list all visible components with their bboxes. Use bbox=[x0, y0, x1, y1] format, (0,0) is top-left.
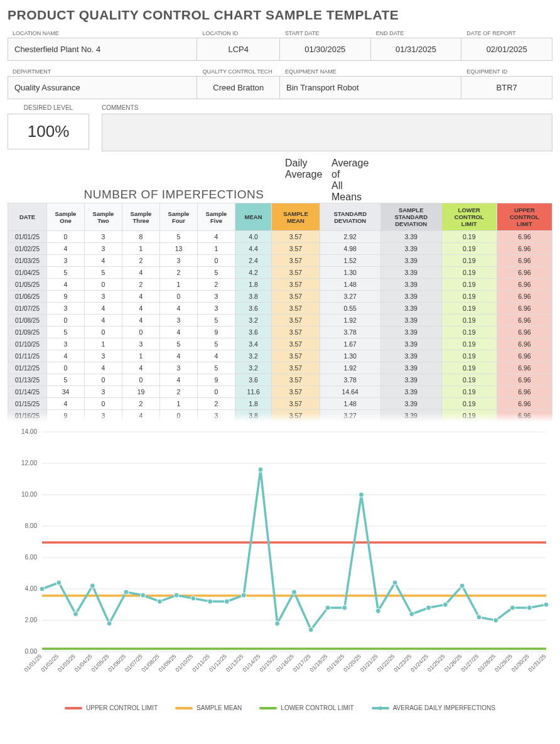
label-department: DEPARTMENT bbox=[8, 66, 197, 76]
svg-text:01/20/25: 01/20/25 bbox=[342, 653, 362, 673]
table-row: 01/12/25044353.23.571.923.390.196.96 bbox=[8, 362, 552, 374]
label-location-id: LOCATION ID bbox=[197, 28, 280, 38]
svg-point-49 bbox=[73, 612, 78, 617]
legend-ucl: UPPER CONTROL LIMIT bbox=[65, 704, 158, 711]
svg-text:2.00: 2.00 bbox=[25, 617, 38, 623]
svg-point-58 bbox=[224, 599, 229, 604]
svg-text:01/18/25: 01/18/25 bbox=[309, 653, 329, 673]
svg-text:01/30/25: 01/30/25 bbox=[510, 653, 530, 673]
svg-text:01/10/25: 01/10/25 bbox=[174, 653, 194, 673]
svg-text:10.00: 10.00 bbox=[21, 491, 37, 498]
label-report-date: DATE OF REPORT bbox=[461, 28, 552, 38]
label-equipment-id: EQUIPMENT ID bbox=[461, 66, 552, 76]
table-row: 01/15/25402121.83.571.483.390.196.96 bbox=[8, 398, 552, 410]
svg-point-70 bbox=[426, 605, 431, 610]
svg-text:01/19/25: 01/19/25 bbox=[325, 653, 345, 673]
table-row: 01/08/25044353.23.571.923.390.196.96 bbox=[8, 315, 552, 326]
table-row: 01/04/25554254.23.571.303.390.196.96 bbox=[8, 267, 552, 279]
svg-text:01/16/25: 01/16/25 bbox=[275, 653, 295, 673]
label-equipment: EQUIPMENT NAME bbox=[280, 66, 461, 76]
svg-point-72 bbox=[460, 583, 465, 588]
svg-text:01/29/25: 01/29/25 bbox=[493, 653, 514, 673]
svg-text:8.00: 8.00 bbox=[25, 522, 38, 529]
label-start-date: START DATE bbox=[280, 28, 371, 38]
table-row: 01/06/25934033.83.573.273.390.196.96 bbox=[8, 291, 552, 303]
table-row: 01/03/25342302.43.571.523.390.196.96 bbox=[8, 255, 552, 267]
desired-value[interactable]: 100% bbox=[8, 114, 89, 149]
svg-text:4.00: 4.00 bbox=[25, 585, 38, 592]
svg-point-54 bbox=[157, 599, 162, 604]
value-start-date[interactable]: 01/30/2025 bbox=[280, 38, 371, 61]
table-row: 01/13/25500493.63.573.783.390.196.96 bbox=[8, 374, 552, 386]
table-row: 01/07/25344433.63.570.553.390.196.96 bbox=[8, 303, 552, 315]
svg-text:01/24/25: 01/24/25 bbox=[409, 653, 429, 673]
svg-point-71 bbox=[443, 602, 448, 607]
svg-point-55 bbox=[174, 593, 179, 598]
meta-row-1: LOCATION NAMEChesterfield Plant No. 4 LO… bbox=[8, 28, 552, 61]
svg-point-68 bbox=[392, 580, 397, 585]
meta-row-2: DEPARTMENTQuality Assurance QUALITY CONT… bbox=[8, 66, 552, 99]
svg-text:01/17/25: 01/17/25 bbox=[292, 653, 312, 673]
svg-point-63 bbox=[308, 627, 313, 632]
svg-point-57 bbox=[208, 599, 213, 604]
svg-text:01/21/25: 01/21/25 bbox=[359, 653, 379, 673]
table-row: 01/09/25500493.63.573.783.390.196.96 bbox=[8, 326, 552, 338]
legend-avg: AVERAGE DAILY IMPERFECTIONS bbox=[372, 704, 495, 711]
svg-text:01/12/25: 01/12/25 bbox=[208, 653, 228, 673]
svg-text:01/27/25: 01/27/25 bbox=[460, 653, 480, 673]
legend-lcl: LOWER CONTROL LIMIT bbox=[259, 704, 353, 711]
svg-text:01/08/25: 01/08/25 bbox=[141, 653, 161, 673]
svg-point-47 bbox=[40, 586, 45, 591]
th-s5: Sample Five bbox=[198, 203, 235, 231]
svg-text:01/01/25: 01/01/25 bbox=[23, 653, 43, 673]
value-equipment-id[interactable]: BTR7 bbox=[461, 76, 552, 99]
th-smean: SAMPLE MEAN bbox=[272, 203, 320, 231]
svg-point-67 bbox=[375, 608, 380, 613]
th-mean: MEAN bbox=[235, 203, 272, 231]
svg-point-77 bbox=[544, 602, 549, 607]
svg-text:01/05/25: 01/05/25 bbox=[90, 653, 110, 673]
svg-point-60 bbox=[258, 467, 263, 472]
sub-daily-avg: Daily Average bbox=[284, 158, 330, 203]
svg-point-52 bbox=[124, 590, 129, 595]
svg-text:01/11/25: 01/11/25 bbox=[191, 653, 211, 673]
th-ucl: UPPER CONTROL LIMIT bbox=[497, 203, 552, 231]
value-equipment[interactable]: Bin Transport Robot bbox=[280, 76, 461, 99]
value-report-date[interactable]: 02/01/2025 bbox=[461, 38, 552, 61]
table-row: 01/10/25313553.43.571.673.390.196.96 bbox=[8, 338, 552, 350]
value-tech[interactable]: Creed Bratton bbox=[197, 76, 280, 99]
value-department[interactable]: Quality Assurance bbox=[8, 76, 197, 99]
svg-point-69 bbox=[409, 612, 414, 617]
svg-point-74 bbox=[493, 618, 498, 623]
th-s3: Sample Three bbox=[122, 203, 160, 231]
th-sstd: SAMPLE STANDARD DEVIATION bbox=[380, 203, 441, 231]
svg-point-75 bbox=[510, 605, 515, 610]
svg-point-64 bbox=[325, 605, 330, 610]
value-location-id[interactable]: LCP4 bbox=[197, 38, 280, 61]
value-end-date[interactable]: 01/31/2025 bbox=[371, 38, 462, 61]
svg-point-50 bbox=[90, 583, 95, 588]
table-row: 01/14/25343192011.63.5714.643.390.196.96 bbox=[8, 386, 552, 398]
svg-point-73 bbox=[477, 615, 482, 620]
svg-text:01/03/25: 01/03/25 bbox=[57, 653, 77, 673]
svg-text:01/14/25: 01/14/25 bbox=[242, 653, 262, 673]
svg-point-66 bbox=[359, 492, 364, 497]
value-location-name[interactable]: Chesterfield Plant No. 4 bbox=[8, 38, 197, 61]
svg-text:01/07/25: 01/07/25 bbox=[124, 653, 144, 673]
svg-text:12.00: 12.00 bbox=[21, 460, 37, 466]
th-s2: Sample Two bbox=[85, 203, 122, 231]
comments-label: COMMENTS bbox=[102, 104, 552, 111]
comments-box[interactable] bbox=[102, 114, 552, 151]
svg-text:01/25/25: 01/25/25 bbox=[426, 653, 446, 673]
sub-avg-means: Average of All Means bbox=[330, 158, 377, 203]
table-row: 01/01/25038544.03.572.923.390.196.96 bbox=[8, 231, 552, 243]
label-tech: QUALITY CONTROL TECH bbox=[197, 66, 280, 76]
svg-text:01/02/25: 01/02/25 bbox=[40, 653, 60, 673]
svg-text:6.00: 6.00 bbox=[25, 554, 38, 561]
svg-text:01/22/25: 01/22/25 bbox=[376, 653, 396, 673]
page-title: PRODUCT QUALITY CONTROL CHART SAMPLE TEM… bbox=[8, 8, 552, 23]
svg-point-62 bbox=[292, 590, 297, 595]
svg-point-53 bbox=[141, 593, 146, 598]
svg-text:01/31/25: 01/31/25 bbox=[527, 653, 547, 673]
section-title: NUMBER OF IMPERFECTIONS bbox=[70, 188, 277, 202]
